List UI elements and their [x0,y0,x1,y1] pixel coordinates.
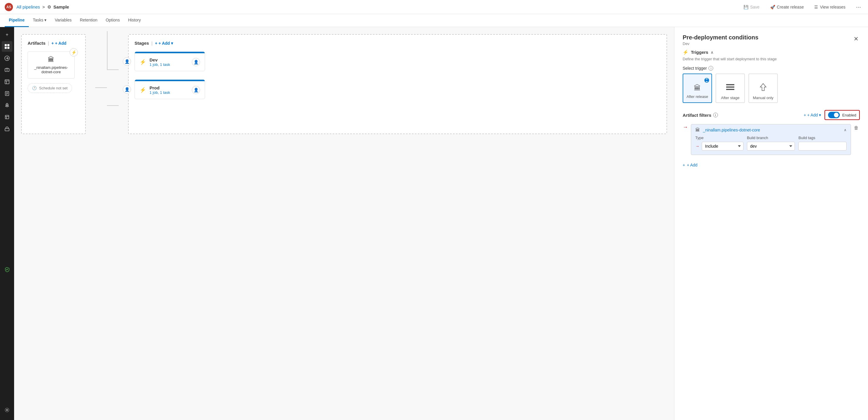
triggers-collapse-button[interactable]: ∧ [711,50,713,55]
select-trigger-info-icon[interactable]: i [709,66,713,71]
after-stage-icon [725,83,735,93]
trigger-after-release[interactable]: 🏛 After release [683,74,712,103]
sidebar-icon-security[interactable] [2,264,12,275]
manual-only-label: Manual only [753,95,773,100]
rocket-icon: 🚀 [770,5,775,9]
artifact-filters-toggle-container: Enabled [825,110,860,120]
branch-field: Build branch dev main master [747,136,795,150]
tags-input[interactable] [798,142,846,150]
dev-stage-info: Dev 1 job, 1 task [150,57,188,67]
avatar: AS [5,3,13,11]
svg-rect-3 [7,47,9,49]
sidebar-icon-test[interactable] [2,112,12,122]
toggle-slider [828,112,840,118]
sidebar-icon-artifacts[interactable] [2,123,12,134]
sidebar-icon-pipeline[interactable] [2,53,12,63]
stages-title: Stages [134,40,149,46]
prod-post-approval[interactable]: 👤 [192,86,200,94]
tab-history[interactable]: History [124,14,145,27]
trigger-options: 🏛 After release After [683,74,860,103]
sidebar-icon-settings[interactable] [2,405,12,415]
sidebar-icon-deploy[interactable] [2,65,12,75]
prod-stage-body: ⚡ Prod 1 job, 1 task 👤 [135,81,205,99]
sidebar-icon-repos[interactable] [2,88,12,99]
artifact-filters-toggle[interactable] [828,112,840,118]
type-label: Type [695,136,743,140]
panel-title-group: Pre-deployment conditions Dev [683,34,758,46]
left-sidebar: + [0,27,14,420]
artifact-filter-item: 🏛 _ninallam.pipelines-dotnet-core ∧ Type… [691,124,851,155]
list-icon: ☰ [814,5,818,9]
panel-header: Pre-deployment conditions Dev ✕ [675,27,868,49]
type-select[interactable]: Include Exclude [702,142,743,150]
create-release-button[interactable]: 🚀 Create release [768,3,806,10]
artifact-filter-item-icon: 🏛 [695,128,700,133]
clock-icon: 🕐 [32,86,37,90]
prod-stage-name: Prod [150,85,188,90]
breadcrumb-all-pipelines[interactable]: All pipelines [17,4,40,9]
svg-rect-0 [5,44,7,46]
schedule-card[interactable]: 🕐 Schedule not set [28,83,72,93]
artifact-filters-section: Artifact filters i + + Add ▾ [683,110,860,169]
sidebar-icon-add[interactable]: + [2,29,12,40]
add-stage-chevron: ▾ [171,41,173,46]
filter-fields: Type → Include Exclude B [691,136,851,155]
triggers-description: Define the trigger that will start deplo… [683,57,860,61]
schedule-label: Schedule not set [39,86,68,90]
breadcrumb-current: Sample [54,4,69,9]
navtabs: Pipeline Tasks ▾ Variables Retention Opt… [0,14,868,27]
prod-stage-tasks: 1 job, 1 task [150,90,188,95]
branch-select[interactable]: dev main master [747,142,795,150]
tab-variables[interactable]: Variables [51,14,75,27]
more-button[interactable]: ··· [854,2,863,11]
dev-post-approval[interactable]: 👤 [192,58,200,66]
add-stage-icon: + [155,41,157,46]
dev-stage-row: 👤 ⚡ Dev 1 job, 1 task 👤 [134,52,661,71]
trigger-manual-only[interactable]: Manual only [748,74,778,103]
artifact-filters-info-icon[interactable]: i [713,113,718,117]
topbar: AS All pipelines > ⚙ Sample 💾 Save 🚀 Cre… [0,0,868,14]
branch-connector [107,69,119,106]
prod-pre-approval[interactable]: 👤 [123,85,131,93]
panel-subtitle: Dev [683,41,758,46]
sidebar-icon-boards[interactable] [2,77,12,87]
tab-pipeline[interactable]: Pipeline [5,14,29,27]
breadcrumb: All pipelines > ⚙ Sample [17,4,69,10]
svg-rect-8 [5,80,9,84]
svg-rect-1 [7,44,9,46]
add-filter-chevron: ▾ [819,113,821,117]
add-artifact-icon: + [52,41,54,46]
artifact-filters-label: Artifact filters i [683,113,718,118]
save-button[interactable]: 💾 Save [741,3,762,10]
artifacts-add-button[interactable]: + + Add [52,41,66,46]
stages-add-button[interactable]: + + Add ▾ [155,41,173,46]
artifacts-title: Artifacts [28,40,45,46]
svg-rect-20 [726,89,734,90]
connector-line [95,87,107,88]
sidebar-icon-rocket[interactable] [2,100,12,111]
trigger-after-stage[interactable]: After stage [716,74,745,103]
dev-stage-card[interactable]: ⚡ Dev 1 job, 1 task 👤 [134,52,205,71]
artifact-connector [95,69,119,106]
tab-retention[interactable]: Retention [76,14,102,27]
add-filter-row-icon: + [683,163,685,167]
manual-only-icon [759,83,767,93]
dev-pre-approval[interactable]: 👤 [123,57,131,65]
artifact-filter-header[interactable]: 🏛 _ninallam.pipelines-dotnet-core ∧ [691,124,851,136]
add-filter-row-button[interactable]: + + Add [683,161,698,169]
prod-stage-card[interactable]: ⚡ Prod 1 job, 1 task 👤 [134,79,205,99]
artifact-filter-add-button[interactable]: + + Add ▾ [804,113,821,117]
sidebar-icon-dashboard[interactable] [2,41,12,52]
artifact-filter-delete-button[interactable]: 🗑 [853,124,860,132]
view-releases-button[interactable]: ☰ View releases [812,3,848,10]
artifact-card[interactable]: ⚡ 🏛 _ninallam.pipelines-dotnet-core [28,52,74,79]
artifact-lightning-button[interactable]: ⚡ [70,48,78,56]
artifact-filter-item-row: → 🏛 _ninallam.pipelines-dotnet-core ∧ Ty… [683,124,860,159]
filter-actions: + + Add ▾ Enabled [804,110,860,120]
tab-tasks[interactable]: Tasks ▾ [29,14,51,27]
tab-options[interactable]: Options [102,14,124,27]
after-stage-label: After stage [721,95,740,100]
panel-close-button[interactable]: ✕ [852,34,860,44]
artifact-filter-chevron-icon: ∧ [844,128,846,132]
pipeline-row: Artifacts | + + Add ⚡ 🏛 _ninallam.pipeli… [21,34,667,134]
